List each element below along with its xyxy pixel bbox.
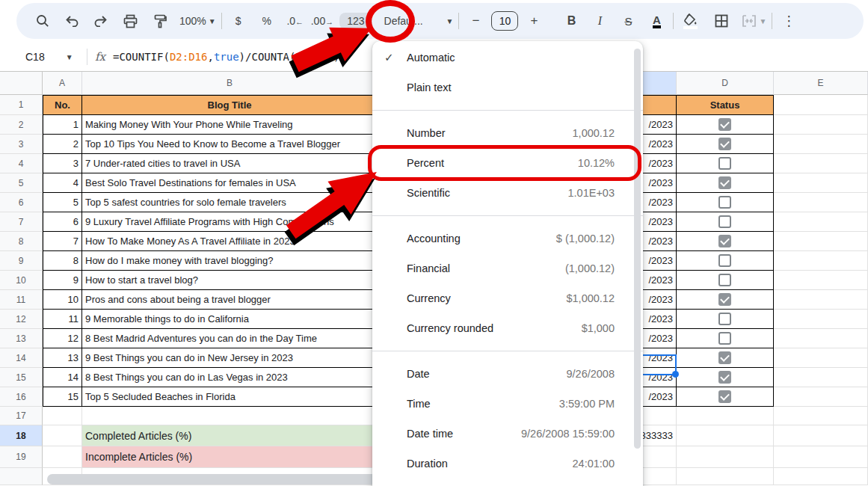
row-header-17[interactable]: 17 xyxy=(0,407,43,425)
summary-label[interactable]: Incomplete Articles (%) xyxy=(82,446,378,468)
sheet-cell[interactable]: 8 Best Madrid Adventures you can do in t… xyxy=(82,329,378,348)
column-header-E[interactable]: E xyxy=(774,72,868,95)
sheet-cell[interactable]: Status xyxy=(677,95,774,115)
sheet-cell[interactable] xyxy=(774,425,868,446)
sheet-cell[interactable] xyxy=(677,290,774,310)
paint-format-icon[interactable] xyxy=(148,10,170,32)
status-checkbox-checked[interactable] xyxy=(718,118,731,131)
sheet-cell[interactable] xyxy=(677,193,774,212)
more-options-button[interactable]: ⋮ xyxy=(778,10,800,32)
sheet-cell[interactable]: 5 xyxy=(43,193,82,212)
print-icon[interactable] xyxy=(119,10,141,32)
row-header-4[interactable]: 4 xyxy=(0,154,43,173)
decrease-font-size-button[interactable]: − xyxy=(464,10,487,32)
sheet-cell[interactable]: 15 xyxy=(43,387,82,407)
sheet-cell[interactable] xyxy=(677,407,774,425)
strikethrough-button[interactable]: S xyxy=(617,10,639,32)
sheet-cell[interactable] xyxy=(677,329,774,348)
sheet-cell[interactable] xyxy=(677,115,774,135)
menu-item-accounting[interactable]: Accounting$ (1,000.12) xyxy=(372,224,643,253)
row-header-11[interactable]: 11 xyxy=(0,290,43,310)
sheet-cell[interactable]: 2 xyxy=(43,135,82,154)
sheet-cell[interactable]: 7 xyxy=(43,232,82,251)
sheet-cell[interactable] xyxy=(82,407,378,425)
row-header-[interactable] xyxy=(0,468,43,485)
menu-item-automatic[interactable]: ✓Automatic xyxy=(372,43,643,73)
sheet-cell[interactable] xyxy=(677,271,774,290)
sheet-cell[interactable] xyxy=(774,468,868,485)
row-header-6[interactable]: 6 xyxy=(0,193,43,212)
menu-scrollbar[interactable] xyxy=(634,49,641,449)
menu-item-plain-text[interactable]: Plain text xyxy=(372,73,643,102)
sheet-cell[interactable] xyxy=(677,468,774,485)
sheet-cell[interactable] xyxy=(774,115,868,135)
increase-font-size-button[interactable]: + xyxy=(523,10,545,32)
undo-icon[interactable] xyxy=(61,10,83,32)
format-percent-button[interactable]: % xyxy=(256,10,278,32)
row-header-1[interactable]: 1 xyxy=(0,95,43,115)
row-header-3[interactable]: 3 xyxy=(0,135,43,154)
sheet-cell[interactable] xyxy=(774,329,868,348)
sheet-cell[interactable] xyxy=(677,425,774,446)
row-header-16[interactable]: 16 xyxy=(0,387,43,407)
sheet-cell[interactable]: 11 xyxy=(43,310,82,329)
sheet-cell[interactable]: 9 Memorable things to do in California xyxy=(82,310,378,329)
row-header-12[interactable]: 12 xyxy=(0,310,43,329)
sheet-cell[interactable] xyxy=(677,173,774,193)
sheet-cell[interactable]: Pros and cons about being a travel blogg… xyxy=(82,290,378,310)
status-checkbox-unchecked[interactable] xyxy=(718,215,731,228)
sheet-cell[interactable]: 9 xyxy=(43,271,82,290)
sheet-cell[interactable]: 3 xyxy=(43,154,82,173)
zoom-control[interactable]: 100% ▼ xyxy=(179,10,216,32)
sheet-cell[interactable] xyxy=(677,154,774,173)
menu-item-duration[interactable]: Duration24:01:00 xyxy=(372,449,643,479)
menu-item-date[interactable]: Date9/26/2008 xyxy=(372,359,643,389)
status-checkbox-unchecked[interactable] xyxy=(718,313,731,325)
redo-icon[interactable] xyxy=(90,10,112,32)
sheet-cell[interactable] xyxy=(677,310,774,329)
row-header-8[interactable]: 8 xyxy=(0,232,43,251)
sheet-cell[interactable] xyxy=(774,154,868,173)
sheet-cell[interactable]: Top 5 Secluded Beaches in Florida xyxy=(82,387,378,407)
status-checkbox-unchecked[interactable] xyxy=(718,332,731,345)
sheet-cell[interactable]: 8 xyxy=(43,251,82,271)
status-checkbox-unchecked[interactable] xyxy=(718,254,731,267)
sheet-cell[interactable]: 4 xyxy=(43,173,82,193)
font-picker[interactable]: Defaul... ▼ xyxy=(384,10,454,32)
sheet-cell[interactable]: Top 10 Tips You Need to Know to Become a… xyxy=(82,135,378,154)
row-header-14[interactable]: 14 xyxy=(0,348,43,368)
row-header-15[interactable]: 15 xyxy=(0,368,43,387)
sheet-cell[interactable] xyxy=(774,251,868,271)
sheet-cell[interactable]: 12 xyxy=(43,329,82,348)
sheet-cell[interactable] xyxy=(677,446,774,468)
sheet-cell[interactable] xyxy=(774,387,868,407)
increase-decimal-button[interactable]: .00→ xyxy=(311,10,333,32)
sheet-cell[interactable] xyxy=(677,368,774,387)
name-box[interactable]: C18 ▼ xyxy=(0,51,82,63)
sheet-cell[interactable]: How to start a travel blog? xyxy=(82,271,378,290)
merge-cells-button[interactable]: ▼ xyxy=(742,10,766,32)
sheet-cell[interactable]: 10 xyxy=(43,290,82,310)
sheet-cell[interactable] xyxy=(774,232,868,251)
menu-item-currency[interactable]: Currency$1,000.12 xyxy=(372,283,643,313)
sheet-cell[interactable] xyxy=(774,348,868,368)
sheet-cell[interactable] xyxy=(677,135,774,154)
sheet-cell[interactable]: 13 xyxy=(43,348,82,368)
menu-item-financial[interactable]: Financial(1,000.12) xyxy=(372,253,643,283)
sheet-cell[interactable]: Top 5 safest countries for solo female t… xyxy=(82,193,378,212)
menu-item-scientific[interactable]: Scientific1.01E+03 xyxy=(372,178,643,208)
sheet-cell[interactable] xyxy=(774,310,868,329)
row-header-10[interactable]: 10 xyxy=(0,271,43,290)
sheet-cell[interactable]: Blog Title xyxy=(82,95,378,115)
format-currency-button[interactable]: $ xyxy=(227,10,250,32)
sheet-cell[interactable] xyxy=(677,348,774,368)
status-checkbox-checked[interactable] xyxy=(718,390,731,403)
sheet-cell[interactable] xyxy=(774,95,868,115)
sheet-cell[interactable]: Best Solo Travel Destinations for female… xyxy=(82,173,378,193)
sheet-cell[interactable] xyxy=(774,135,868,154)
bold-button[interactable]: B xyxy=(560,10,582,32)
row-header-9[interactable]: 9 xyxy=(0,251,43,271)
row-header-19[interactable]: 19 xyxy=(0,446,43,468)
sheet-cell[interactable]: How do I make money with travel blogging… xyxy=(82,251,378,271)
sheet-cell[interactable] xyxy=(677,212,774,232)
